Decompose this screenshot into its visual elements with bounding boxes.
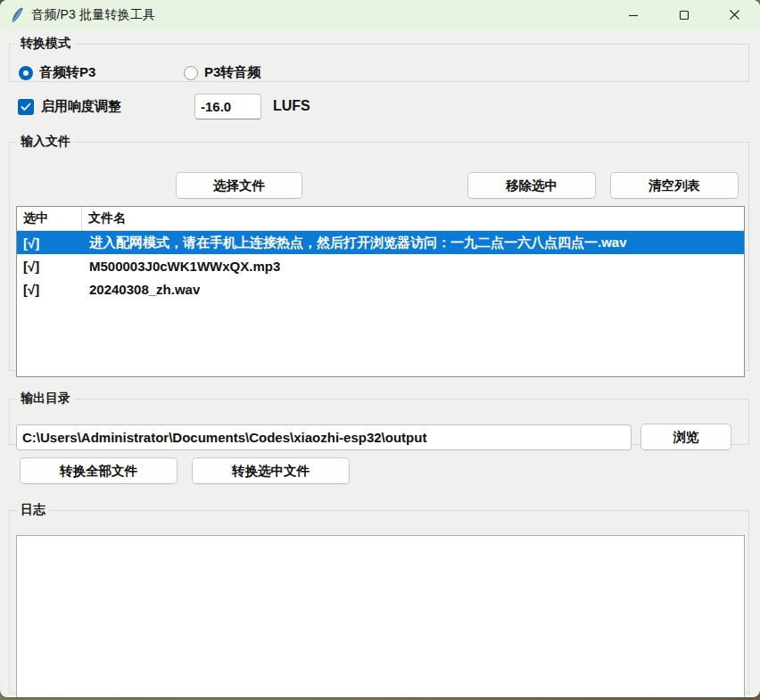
radio-selected-icon	[19, 66, 33, 80]
minimize-icon	[628, 10, 639, 21]
table-row[interactable]: [√] M500003J0cWK1WWxQX.mp3	[17, 254, 744, 277]
title-bar[interactable]: 音频/P3 批量转换工具	[0, 0, 760, 29]
clear-list-button[interactable]: 清空列表	[610, 172, 739, 199]
window-controls	[607, 0, 760, 29]
input-files-groupbox: 输入文件 选择文件 移除选中 清空列表 选中 文件名 [√] 进入配网模式，请在…	[9, 134, 749, 371]
tk-feather-icon	[10, 7, 24, 23]
input-files-label: 输入文件	[17, 134, 74, 150]
radio-p3-to-audio-label: P3转音频	[204, 64, 260, 81]
loudness-row: 启用响度调整 LUFS	[18, 96, 742, 123]
maximize-button[interactable]	[658, 0, 709, 29]
mode-radio-row: 音频转P3 P3转音频	[19, 64, 260, 81]
row-checked-cell: [√]	[17, 235, 82, 251]
close-icon	[729, 9, 740, 21]
file-table-header: 选中 文件名	[17, 207, 744, 231]
radio-audio-to-p3[interactable]: 音频转P3	[19, 64, 184, 81]
lufs-value-input[interactable]	[194, 94, 261, 119]
convert-all-button[interactable]: 转换全部文件	[20, 457, 178, 484]
row-filename-cell: 进入配网模式，请在手机上连接热点，然后打开浏览器访问：一九二点一六八点四点一.w…	[82, 235, 627, 251]
row-filename-cell: 20240308_zh.wav	[82, 282, 200, 297]
remove-selected-button[interactable]: 移除选中	[467, 172, 596, 199]
table-row[interactable]: [√] 20240308_zh.wav	[17, 277, 744, 301]
log-label: 日志	[17, 502, 49, 518]
output-dir-groupbox: 输出目录 浏览	[9, 391, 749, 445]
file-list-table[interactable]: 选中 文件名 [√] 进入配网模式，请在手机上连接热点，然后打开浏览器访问：一九…	[16, 206, 745, 377]
browse-button[interactable]: 浏览	[640, 424, 731, 450]
select-files-button[interactable]: 选择文件	[176, 172, 302, 199]
row-checked-cell: [√]	[17, 282, 82, 297]
column-header-filename: 文件名	[82, 207, 126, 230]
log-textarea[interactable]	[16, 535, 745, 697]
loudness-checkbox-label: 启用响度调整	[41, 98, 121, 115]
radio-p3-to-audio[interactable]: P3转音频	[184, 64, 260, 81]
convert-selected-button[interactable]: 转换选中文件	[192, 457, 350, 484]
maximize-icon	[679, 10, 690, 21]
output-dir-label: 输出目录	[17, 391, 74, 407]
column-header-checked: 选中	[17, 207, 82, 230]
window-title: 音频/P3 批量转换工具	[31, 7, 155, 23]
minimize-button[interactable]	[607, 0, 658, 29]
row-filename-cell: M500003J0cWK1WWxQX.mp3	[82, 259, 280, 274]
output-path-input[interactable]	[16, 424, 632, 450]
table-row[interactable]: [√] 进入配网模式，请在手机上连接热点，然后打开浏览器访问：一九二点一六八点四…	[17, 231, 744, 254]
lufs-unit-label: LUFS	[273, 98, 310, 114]
row-checked-cell: [√]	[17, 259, 82, 274]
radio-audio-to-p3-label: 音频转P3	[39, 64, 95, 81]
loudness-checkbox[interactable]	[18, 99, 34, 115]
close-button[interactable]	[709, 0, 760, 29]
app-window: 音频/P3 批量转换工具 转换模式	[0, 0, 760, 697]
log-groupbox: 日志	[9, 502, 749, 694]
mode-groupbox: 转换模式 音频转P3 P3转音频	[9, 36, 749, 82]
radio-unselected-icon	[184, 66, 198, 80]
checkmark-icon	[21, 103, 31, 111]
mode-group-label: 转换模式	[17, 36, 74, 52]
